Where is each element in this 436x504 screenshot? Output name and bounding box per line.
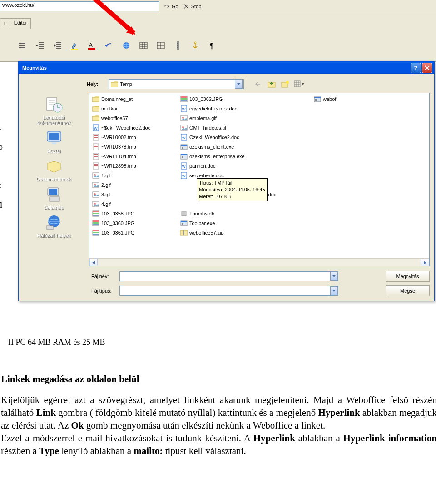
- svg-rect-5: [140, 42, 147, 49]
- svg-text:A: A: [89, 42, 94, 49]
- highlight-icon[interactable]: [70, 41, 79, 50]
- go-button[interactable]: Go: [164, 3, 178, 10]
- anchor-icon[interactable]: [191, 41, 200, 50]
- tab-1[interactable]: r: [0, 18, 10, 29]
- tab-strip: r Editor: [0, 18, 31, 29]
- stop-icon: [183, 3, 189, 10]
- table-icon[interactable]: [139, 41, 148, 50]
- pilcrow-icon[interactable]: ¶: [208, 41, 217, 50]
- outdent-icon[interactable]: [35, 41, 45, 50]
- svg-point-8: [194, 42, 196, 44]
- tab-editor[interactable]: Editor: [10, 18, 31, 29]
- undo-icon[interactable]: [104, 41, 114, 50]
- ruler-icon[interactable]: [173, 41, 183, 50]
- svg-text:¶: ¶: [210, 42, 213, 50]
- hyperlink-icon[interactable]: [122, 41, 131, 50]
- svg-rect-2: [88, 48, 95, 50]
- stop-button[interactable]: Stop: [183, 3, 202, 10]
- open-dialog: Megnyitás ? Hely: Temp: [18, 61, 435, 62]
- indent-icon[interactable]: [53, 41, 62, 50]
- svg-rect-0: [71, 49, 78, 50]
- stop-label: Stop: [191, 4, 202, 9]
- go-label: Go: [172, 4, 178, 9]
- editor-toolbar: A ¶: [18, 41, 217, 50]
- go-icon: [164, 3, 170, 10]
- font-color-icon[interactable]: A: [87, 41, 96, 50]
- url-input[interactable]: www.ozeki.hu/: [0, 1, 159, 11]
- url-bar-row: www.ozeki.hu/ Go Stop: [0, 0, 436, 13]
- grid-icon[interactable]: [156, 41, 165, 50]
- list-icon[interactable]: [18, 41, 27, 50]
- browser-chrome: www.ozeki.hu/ Go Stop r Editor A ¶: [0, 0, 436, 62]
